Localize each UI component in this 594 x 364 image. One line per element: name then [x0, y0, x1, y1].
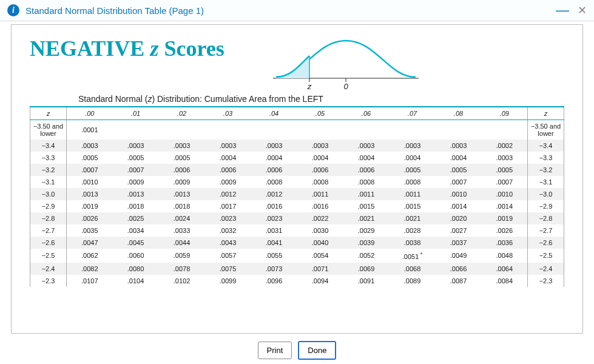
cell: .0104 — [113, 275, 159, 287]
cell: .0006 — [159, 164, 205, 176]
cell: .0033 — [159, 224, 205, 237]
cell: .0010 — [67, 176, 113, 188]
cell: .0003 — [205, 140, 251, 152]
cell: .0009 — [159, 176, 205, 188]
cell — [482, 120, 528, 140]
cell-value: .0026 — [81, 215, 98, 222]
cell: .0015 — [390, 200, 436, 212]
cell: .0028 — [390, 224, 436, 237]
cell: .0031 — [251, 224, 297, 237]
cell: .0003 — [159, 140, 205, 152]
cell: .0005 — [390, 164, 436, 176]
row-z-left: −3.0 — [30, 188, 67, 200]
cell-value: .0023 — [266, 215, 283, 222]
titlebar-left: i Standard Normal Distribution Table (Pa… — [7, 4, 204, 16]
cell: .0027 — [436, 224, 482, 237]
row-z-right: −3.50 and lower — [528, 120, 564, 140]
cell: .0003 — [436, 140, 482, 152]
cell-value: .0062 — [81, 252, 98, 259]
cell: .0013 — [113, 188, 159, 200]
cell: .0023 — [251, 212, 297, 224]
cell: .0026 — [482, 224, 528, 237]
close-button[interactable]: ✕ — [578, 4, 587, 17]
cell: .0089 — [390, 275, 436, 287]
cell-value: .0004 — [450, 154, 467, 161]
cell-value: .0026 — [496, 227, 513, 234]
print-button[interactable]: Print — [258, 342, 292, 359]
footer: Print Done — [0, 336, 594, 364]
cell-value: .0089 — [404, 277, 421, 285]
cell-value: .0059 — [174, 252, 191, 259]
cell — [251, 120, 297, 140]
cell: .0038 — [390, 237, 436, 249]
cell-value: .0009 — [220, 178, 237, 186]
cell: .0060 — [113, 249, 159, 263]
cell-value: .0084 — [496, 277, 513, 285]
cell: .0004 — [297, 152, 343, 164]
cell-value: .0003 — [220, 142, 237, 149]
cell-value: .0008 — [266, 178, 283, 186]
cell-value: .0054 — [312, 252, 329, 259]
cell: .0023 — [205, 212, 251, 224]
col-header-z-left: z — [30, 107, 67, 120]
cell-value: .0057 — [220, 252, 237, 259]
cell: .0069 — [343, 263, 390, 275]
info-icon: i — [7, 4, 19, 16]
cell-value: .0052 — [358, 252, 375, 259]
cell: .0005 — [113, 152, 159, 164]
minimize-button[interactable]: — — [556, 7, 569, 13]
content-inner: NEGATIVE z Scores z — [12, 25, 582, 287]
cell-value: .0032 — [220, 227, 237, 234]
cell-value: .0015 — [358, 203, 375, 210]
cell-value: .0020 — [450, 215, 467, 222]
row-z-left: −3.3 — [30, 152, 67, 164]
cell: .0016 — [251, 200, 297, 212]
cell-value: .0007 — [81, 166, 98, 174]
cell-value: .0011 — [358, 190, 375, 198]
cell: .0040 — [297, 237, 343, 249]
cell: .0003 — [67, 140, 113, 152]
col-header-z-right: z — [528, 107, 564, 120]
cell-value: .0038 — [404, 239, 421, 246]
cell-value: .0069 — [358, 265, 375, 272]
cell-value: .0039 — [358, 239, 375, 246]
row-z-right: −3.2 — [528, 164, 564, 176]
cell-value: .0014 — [450, 203, 467, 210]
cell: .0012 — [251, 188, 297, 200]
cell: .0007 — [113, 164, 159, 176]
cell — [436, 120, 482, 140]
row-z-right: −2.5 — [528, 249, 564, 263]
cell-value: .0037 — [450, 239, 467, 246]
table-row: −3.4.0003.0003.0003.0003.0003.0003.0003.… — [30, 140, 564, 152]
cell: .0029 — [343, 224, 390, 237]
cell: .0003 — [251, 140, 297, 152]
cell: .0026 — [67, 212, 113, 224]
cell: .0012 — [205, 188, 251, 200]
cell: .0013 — [67, 188, 113, 200]
row-z-left: −2.3 — [30, 275, 67, 287]
cell: .0049 — [436, 249, 482, 263]
cell: .0019 — [482, 212, 528, 224]
table-row: −2.7.0035.0034.0033.0032.0031.0030.0029.… — [30, 224, 564, 237]
cell-value: .0006 — [312, 166, 329, 174]
cell-value: .0006 — [220, 166, 237, 174]
cell-value: .0094 — [312, 277, 329, 285]
cell: .0078 — [159, 263, 205, 275]
cell: .0007 — [482, 176, 528, 188]
cell-value: .0013 — [127, 190, 144, 198]
cell: .0051 * — [390, 249, 436, 263]
cell: .0073 — [251, 263, 297, 275]
cell: .0016 — [297, 200, 343, 212]
cell-value: .0078 — [174, 265, 191, 272]
cell-value: .0014 — [496, 203, 513, 210]
table-row: −2.3.0107.0104.0102.0099.0096.0094.0091.… — [30, 275, 564, 287]
col-header-09: .09 — [482, 107, 528, 120]
row-z-left: −2.7 — [30, 224, 67, 237]
cell-value: .0011 — [404, 190, 421, 198]
heading-row: NEGATIVE z Scores z — [30, 36, 564, 90]
cell-value: .0009 — [127, 178, 144, 186]
done-button[interactable]: Done — [298, 341, 336, 360]
cell-value: .0027 — [450, 227, 467, 234]
row-z-right: −2.3 — [528, 275, 564, 287]
cell-value: .0003 — [81, 142, 98, 149]
